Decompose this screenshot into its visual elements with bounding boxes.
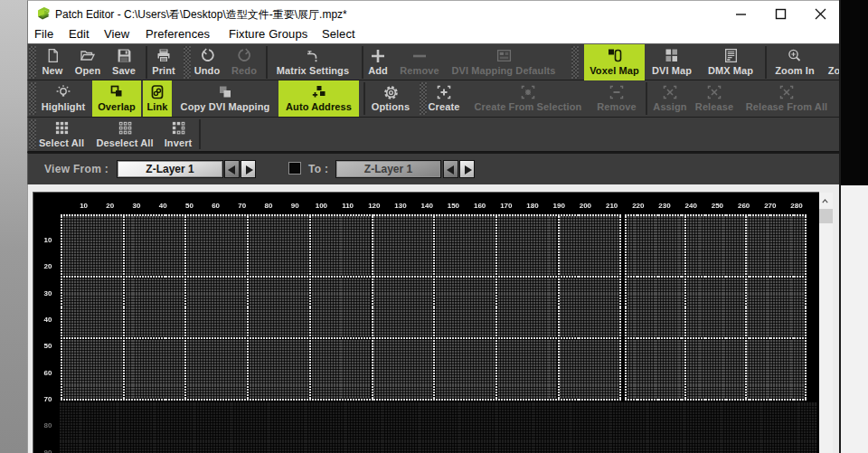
- dmx-map-icon: [723, 48, 739, 64]
- assign-label: Assign: [653, 101, 686, 112]
- undo-label: Undo: [194, 65, 221, 76]
- toolbar-row-1: New Open Save Print Undo Redo: [27, 43, 841, 80]
- gear-icon: [382, 84, 400, 100]
- release-button[interactable]: Release: [693, 80, 736, 117]
- view-from-next-button[interactable]: [241, 160, 256, 178]
- maximize-button[interactable]: [765, 1, 796, 26]
- link-label: Link: [146, 101, 167, 112]
- matrix-settings-icon: [305, 48, 321, 64]
- patch-canvas-area[interactable]: [33, 192, 819, 453]
- remove-voxel-button[interactable]: Remove: [594, 80, 639, 117]
- toolbar-row-2: Highlight Overlap Link Copy DVI Mapping …: [27, 80, 841, 118]
- dvi-mapping-defaults-button[interactable]: DVI Mapping Defaults: [449, 44, 558, 80]
- view-to-prev-button[interactable]: [443, 160, 458, 178]
- menu-preferences[interactable]: Preferences: [146, 27, 210, 41]
- toolbar-gripper[interactable]: [29, 82, 36, 115]
- open-button[interactable]: Open: [70, 44, 106, 80]
- close-button[interactable]: [805, 1, 835, 26]
- deselect-all-button[interactable]: Deselect All: [92, 118, 157, 152]
- remove-button[interactable]: Remove: [396, 44, 443, 80]
- frame-cross-all-icon: [778, 84, 795, 100]
- matrix-settings-button[interactable]: Matrix Settings: [273, 44, 353, 80]
- patch-editor-window: Patch Editor - C:\Users\看\Desktop\造型文件-重…: [27, 0, 841, 453]
- menu-view[interactable]: View: [104, 27, 129, 41]
- select-all-button[interactable]: Select All: [33, 118, 90, 152]
- create-from-selection-button[interactable]: Create From Selection: [472, 80, 584, 117]
- patch-grid-canvas[interactable]: [33, 193, 820, 453]
- menu-fixture-groups[interactable]: Fixture Groups: [229, 27, 307, 41]
- desktop-right-strip-top: [841, 0, 868, 185]
- redo-icon: [237, 48, 252, 64]
- zoom-in-icon: [787, 48, 803, 64]
- assign-button[interactable]: Assign: [650, 80, 690, 117]
- deselect-all-label: Deselect All: [96, 137, 153, 148]
- desktop-right-strip-bottom: [841, 185, 868, 453]
- chevron-up-icon: [822, 198, 828, 204]
- new-button[interactable]: New: [35, 44, 70, 80]
- auto-address-label: Auto Address: [286, 101, 352, 112]
- release-from-all-label: Release From All: [746, 101, 827, 112]
- view-from-label: View From :: [44, 163, 108, 175]
- chain-link-icon: [149, 84, 165, 100]
- view-to-checkbox[interactable]: [288, 162, 301, 175]
- link-button[interactable]: Link: [143, 80, 172, 117]
- arrow-left-icon: [447, 165, 454, 175]
- grid-inverted-icon: [171, 120, 186, 137]
- scrollbar-up-button[interactable]: [819, 193, 833, 208]
- voxel-map-button[interactable]: Voxel Map: [584, 44, 645, 80]
- view-to-value: Z-Layer 1: [364, 163, 412, 175]
- remove-voxel-label: Remove: [597, 101, 636, 112]
- new-label: New: [42, 65, 63, 76]
- dvi-map-button[interactable]: DVI Map: [646, 44, 697, 80]
- copy-dvi-mapping-button[interactable]: Copy DVI Mapping: [180, 80, 270, 117]
- invert-button[interactable]: Invert: [158, 118, 198, 152]
- screenshot-stage: Patch Editor - C:\Users\看\Desktop\造型文件-重…: [0, 0, 868, 453]
- toolbar-separator: [646, 82, 647, 115]
- scrollbar-thumb[interactable]: [819, 209, 833, 223]
- menu-file[interactable]: File: [34, 27, 53, 41]
- vertical-scrollbar[interactable]: [819, 193, 833, 453]
- zoom-out-button[interactable]: Zoom Out: [804, 44, 841, 80]
- menu-edit[interactable]: Edit: [69, 27, 90, 41]
- dmx-map-label: DMX Map: [708, 65, 753, 76]
- view-to-dropdown[interactable]: Z-Layer 1: [335, 160, 441, 178]
- overlap-label: Overlap: [98, 101, 136, 112]
- overlap-button[interactable]: Overlap: [92, 80, 141, 117]
- maximize-icon: [777, 10, 786, 19]
- redo-button[interactable]: Redo: [226, 44, 262, 80]
- voxel-map-label: Voxel Map: [590, 65, 639, 76]
- desktop-left-strip: [0, 0, 27, 453]
- add-button[interactable]: Add: [362, 44, 394, 80]
- minimize-button[interactable]: [725, 1, 756, 26]
- open-folder-icon: [80, 48, 96, 64]
- frame-cross-icon: [706, 84, 722, 100]
- create-label: Create: [429, 101, 460, 112]
- add-label: Add: [368, 65, 388, 76]
- highlight-button[interactable]: Highlight: [39, 80, 88, 117]
- dvi-mapping-defaults-label: DVI Mapping Defaults: [451, 65, 555, 76]
- view-from-prev-button[interactable]: [224, 160, 240, 178]
- view-to-next-button[interactable]: [459, 160, 475, 178]
- release-from-all-button[interactable]: Release From All: [740, 80, 834, 117]
- frame-plus-small-icon: [520, 84, 536, 100]
- create-button[interactable]: Create: [424, 80, 464, 117]
- print-button[interactable]: Print: [146, 44, 182, 80]
- voxel-map-icon: [607, 48, 623, 64]
- select-all-label: Select All: [39, 137, 84, 148]
- auto-address-button[interactable]: Auto Address: [278, 80, 359, 117]
- title-bar[interactable]: Patch Editor - C:\Users\看\Desktop\造型文件-重…: [27, 0, 841, 25]
- menu-bar: File Edit View Preferences Fixture Group…: [27, 25, 841, 43]
- arrow-left-icon: [228, 165, 235, 175]
- menu-select[interactable]: Select: [322, 27, 355, 41]
- view-from-dropdown[interactable]: Z-Layer 1: [117, 160, 223, 178]
- save-label: Save: [112, 65, 136, 76]
- create-from-selection-label: Create From Selection: [475, 101, 582, 112]
- undo-button[interactable]: Undo: [189, 44, 225, 80]
- window-title: Patch Editor - C:\Users\看\Desktop\造型文件-重…: [55, 7, 347, 23]
- toolbar-gripper[interactable]: [571, 46, 579, 79]
- print-label: Print: [152, 65, 175, 76]
- save-button[interactable]: Save: [106, 44, 142, 80]
- options-button[interactable]: Options: [368, 80, 413, 117]
- toolbar-separator: [199, 119, 201, 149]
- dmx-map-button[interactable]: DMX Map: [704, 44, 757, 80]
